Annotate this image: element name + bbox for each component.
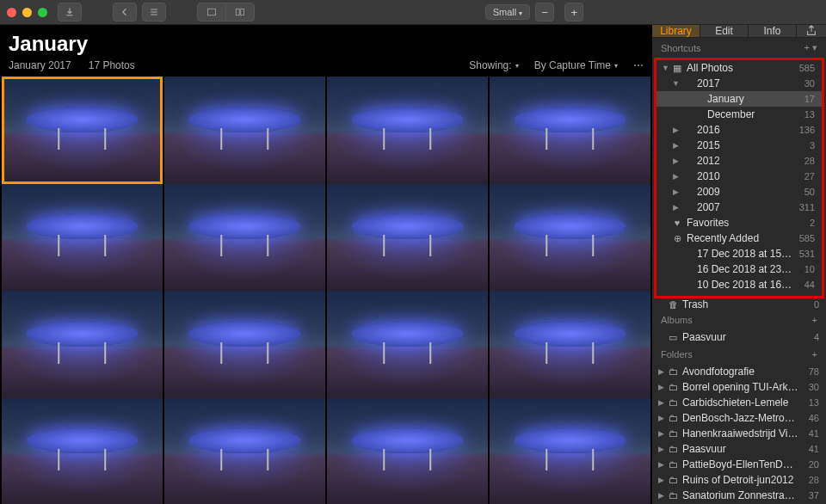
sidebar-item[interactable]: ▶2016136: [656, 122, 822, 138]
photo-thumbnail[interactable]: [327, 398, 488, 505]
row-icon: ♥: [671, 218, 683, 228]
photo-thumbnail[interactable]: [164, 184, 325, 292]
toolbar: Small ▾ − +: [0, 0, 826, 25]
sidebar-item[interactable]: ▭Paasvuur4: [652, 329, 826, 345]
row-icon: 🗀: [667, 459, 679, 470]
sidebar-item[interactable]: ▶201228: [656, 153, 822, 169]
sidebar-item[interactable]: ▶20153: [656, 138, 822, 153]
thumbnail-size-control: Small ▾ − +: [485, 3, 589, 22]
right-sidebar: LibraryEditInfo Shortcuts + ▾ ▼▦All Phot…: [652, 25, 826, 504]
photo-thumbnail[interactable]: [490, 291, 650, 398]
sidebar-item[interactable]: 10 Dec 2018 at 16:3544: [656, 277, 822, 292]
trash-row[interactable]: 🗑 Trash 0: [652, 298, 826, 310]
sidebar-item[interactable]: 16 Dec 2018 at 23:1110: [656, 261, 822, 277]
add-shortcut-button[interactable]: + ▾: [804, 42, 817, 53]
photo-thumbnail[interactable]: [490, 398, 650, 505]
sidebar-item[interactable]: ▶🗀Hanenkraaiwedstrijd Vielsalm 2…41: [652, 426, 826, 441]
view-split-icon[interactable]: [226, 3, 254, 21]
sidebar-item[interactable]: ⊕Recently Added585: [656, 230, 822, 246]
thumbnail-size-dropdown[interactable]: Small ▾: [485, 4, 531, 20]
photo-thumbnail[interactable]: [2, 184, 163, 292]
photo-thumbnail[interactable]: [2, 291, 163, 398]
thumbnail-grid: [0, 75, 652, 504]
folders-list: ▶🗀Avondfotografie78▶🗀Borrel opening TUI-…: [652, 364, 826, 504]
row-icon: 🗀: [667, 382, 679, 392]
row-icon: 🗀: [667, 444, 679, 454]
tab-library[interactable]: Library: [652, 25, 700, 37]
sidebar-item[interactable]: ▶🗀Ruins of Detroit-jun201228: [652, 472, 826, 488]
sidebar-item[interactable]: ▶🗀DenBosch-Jazz-Metropole-Jo…46: [652, 410, 826, 426]
sidebar-item[interactable]: ▶2007311: [656, 200, 822, 215]
svg-rect-1: [237, 9, 240, 15]
row-icon: ▭: [667, 332, 679, 343]
shortcuts-header: Shortcuts + ▾: [652, 38, 826, 58]
sidebar-item[interactable]: 17 Dec 2018 at 15:03531: [656, 246, 822, 261]
close-window[interactable]: [7, 8, 16, 17]
list-button[interactable]: [142, 3, 166, 22]
photo-thumbnail[interactable]: [490, 77, 650, 184]
photo-thumbnail[interactable]: [327, 184, 488, 292]
photo-thumbnail[interactable]: [490, 184, 650, 292]
row-icon: ⊕: [671, 233, 683, 244]
sidebar-item[interactable]: ▶🗀Avondfotografie78: [652, 364, 826, 379]
share-button[interactable]: [797, 25, 826, 37]
view-mode-segment[interactable]: [197, 3, 255, 22]
collection-title: January: [9, 32, 644, 56]
showing-filter[interactable]: Showing:▾: [469, 59, 518, 71]
photo-thumbnail[interactable]: [164, 398, 325, 505]
sidebar-item[interactable]: ▶🗀Borrel opening TUI-Arkefly airli…30: [652, 379, 826, 395]
sidebar-tabs: LibraryEditInfo: [652, 25, 826, 38]
photo-grid-area: January January 2017 17 Photos Showing:▾…: [0, 25, 652, 504]
sidebar-item[interactable]: ▶🗀PattieBoyd-EllenTenDamme-V!…20: [652, 457, 826, 472]
more-icon[interactable]: ⋯: [633, 59, 644, 71]
collection-subtitle: January 2017: [9, 59, 71, 71]
zoom-window[interactable]: [38, 8, 47, 17]
svg-rect-0: [208, 9, 216, 15]
sidebar-item[interactable]: ▶200950: [656, 184, 822, 200]
photo-thumbnail[interactable]: [327, 77, 488, 184]
zoom-out-button[interactable]: −: [535, 3, 554, 22]
sidebar-item[interactable]: ▶🗀Carbidschieten-Lemele13: [652, 395, 826, 410]
row-icon: 🗀: [667, 366, 679, 377]
add-folder-button[interactable]: +: [812, 349, 817, 360]
photo-thumbnail[interactable]: [164, 77, 325, 184]
sidebar-item[interactable]: ♥Favorites2: [656, 215, 822, 230]
albums-list: ▭Paasvuur4: [652, 329, 826, 345]
sidebar-item[interactable]: ▶🗀Paasvuur41: [652, 441, 826, 457]
svg-rect-2: [241, 9, 244, 15]
window-controls: [7, 8, 47, 17]
collection-header: January January 2017 17 Photos Showing:▾…: [0, 25, 652, 75]
photo-thumbnail[interactable]: [164, 291, 325, 398]
photo-thumbnail[interactable]: [2, 398, 163, 505]
sidebar-item[interactable]: ▼201730: [656, 76, 822, 91]
zoom-in-button[interactable]: +: [564, 3, 583, 22]
add-album-button[interactable]: +: [812, 315, 817, 325]
view-single-icon[interactable]: [198, 3, 226, 21]
sidebar-item[interactable]: ▼▦All Photos585: [656, 60, 822, 76]
tab-edit[interactable]: Edit: [700, 25, 749, 37]
sidebar-item[interactable]: January17: [656, 91, 822, 107]
sidebar-item[interactable]: December13: [656, 107, 822, 122]
row-icon: ▦: [671, 63, 683, 74]
row-icon: 🗀: [667, 413, 679, 423]
tab-info[interactable]: Info: [749, 25, 797, 37]
trash-icon: 🗑: [667, 299, 679, 310]
photo-thumbnail[interactable]: [2, 77, 163, 184]
photo-thumbnail[interactable]: [327, 291, 488, 398]
row-icon: 🗀: [667, 490, 679, 501]
row-icon: 🗀: [667, 428, 679, 439]
row-icon: 🗀: [667, 397, 679, 408]
row-icon: 🗀: [667, 475, 679, 485]
back-button[interactable]: [113, 3, 137, 22]
minimize-window[interactable]: [22, 8, 32, 17]
sidebar-item[interactable]: ▶🗀Sanatorium Zonnestraal Hilver…37: [652, 488, 826, 503]
shortcuts-list: ▼▦All Photos585▼201730January17December1…: [654, 58, 824, 298]
photo-count: 17 Photos: [89, 59, 135, 71]
sidebar-item[interactable]: ▶201027: [656, 169, 822, 184]
import-button[interactable]: [58, 3, 82, 22]
folders-header: Folders +: [652, 345, 826, 364]
albums-header: Albums +: [652, 310, 826, 329]
sort-dropdown[interactable]: By Capture Time▾: [534, 59, 618, 71]
